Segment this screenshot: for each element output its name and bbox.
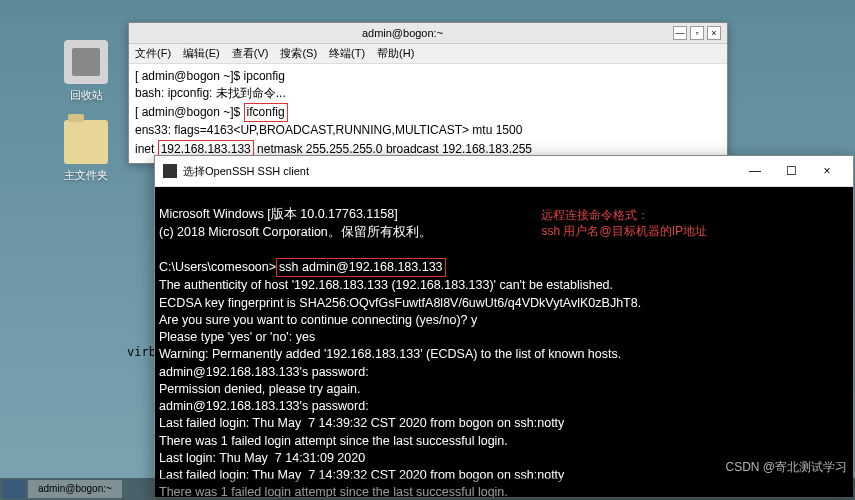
gnome-terminal-menubar: 文件(F) 编辑(E) 查看(V) 搜索(S) 终端(T) 帮助(H): [129, 44, 727, 64]
taskbar-button[interactable]: admin@bogon:~: [28, 480, 122, 498]
gnome-terminal-window: admin@bogon:~ — ▫ × 文件(F) 编辑(E) 查看(V) 搜索…: [128, 22, 728, 164]
menu-edit[interactable]: 编辑(E): [183, 46, 220, 61]
term-line: Last login: Thu May 7 14:31:09 2020: [159, 451, 365, 465]
ssh-cmd-highlight: ssh admin@192.168.183.133: [276, 258, 446, 277]
term-line: ens33: flags=4163<UP,BROADCAST,RUNNING,M…: [135, 122, 721, 139]
term-line: bash: ipconfig: 未找到命令...: [135, 85, 721, 102]
term-line: admin@192.168.183.133's password:: [159, 399, 369, 413]
ifconfig-highlight: ifconfig: [244, 103, 288, 122]
close-button[interactable]: ×: [707, 26, 721, 40]
minimize-button[interactable]: —: [737, 160, 773, 182]
menu-search[interactable]: 搜索(S): [280, 46, 317, 61]
term-line: There was 1 failed login attempt since t…: [159, 434, 508, 448]
menu-help[interactable]: 帮助(H): [377, 46, 414, 61]
menu-view[interactable]: 查看(V): [232, 46, 269, 61]
annotation-text: 远程连接命令格式： ssh 用户名@目标机器的IP地址: [541, 208, 707, 239]
menu-terminal[interactable]: 终端(T): [329, 46, 365, 61]
menu-file[interactable]: 文件(F): [135, 46, 171, 61]
term-line: Microsoft Windows [版本 10.0.17763.1158]: [159, 207, 398, 221]
taskbar[interactable]: admin@bogon:~: [0, 478, 855, 500]
term-line: Last failed login: Thu May 7 14:39:32 CS…: [159, 416, 564, 430]
maximize-button[interactable]: ▫: [690, 26, 704, 40]
watermark: CSDN @寄北测试学习: [725, 459, 847, 476]
ssh-title: 选择OpenSSH SSH client: [183, 164, 737, 179]
term-line: Are you sure you want to continue connec…: [159, 313, 477, 327]
term-line: [ admin@bogon ~]$ ipconfig: [135, 68, 721, 85]
term-line: The authenticity of host '192.168.183.13…: [159, 278, 613, 292]
ssh-terminal-output[interactable]: 远程连接命令格式： ssh 用户名@目标机器的IP地址Microsoft Win…: [155, 187, 853, 497]
term-line: Please type 'yes' or 'no': yes: [159, 330, 315, 344]
close-button[interactable]: ×: [809, 160, 845, 182]
maximize-button[interactable]: ☐: [773, 160, 809, 182]
term-line: admin@192.168.183.133's password:: [159, 365, 369, 379]
folder-glyph: [64, 120, 108, 164]
virb-label: virb: [127, 345, 156, 359]
trash-icon[interactable]: 回收站: [56, 40, 116, 103]
folder-label: 主文件夹: [56, 168, 116, 183]
term-line: C:\Users\comesoon>ssh admin@192.168.183.…: [159, 260, 446, 274]
ssh-titlebar[interactable]: 选择OpenSSH SSH client — ☐ ×: [155, 156, 853, 187]
term-line: ECDSA key fingerprint is SHA256:OQvfGsFu…: [159, 296, 641, 310]
term-line: (c) 2018 Microsoft Corporation。保留所有权利。: [159, 225, 432, 239]
ssh-client-window: 选择OpenSSH SSH client — ☐ × 远程连接命令格式： ssh…: [154, 155, 854, 498]
term-line: [ admin@bogon ~]$ ifconfig: [135, 103, 721, 122]
home-folder-icon[interactable]: 主文件夹: [56, 120, 116, 183]
gnome-terminal-titlebar[interactable]: admin@bogon:~ — ▫ ×: [129, 23, 727, 44]
term-line: Warning: Permanently added '192.168.183.…: [159, 347, 621, 361]
gnome-terminal-title: admin@bogon:~: [135, 27, 670, 39]
cmd-icon: [163, 164, 177, 178]
minimize-button[interactable]: —: [673, 26, 687, 40]
trash-glyph: [64, 40, 108, 84]
start-button[interactable]: [3, 480, 25, 498]
term-line: Permission denied, please try again.: [159, 382, 361, 396]
gnome-terminal-output[interactable]: [ admin@bogon ~]$ ipconfig bash: ipconfi…: [129, 64, 727, 163]
trash-label: 回收站: [56, 88, 116, 103]
